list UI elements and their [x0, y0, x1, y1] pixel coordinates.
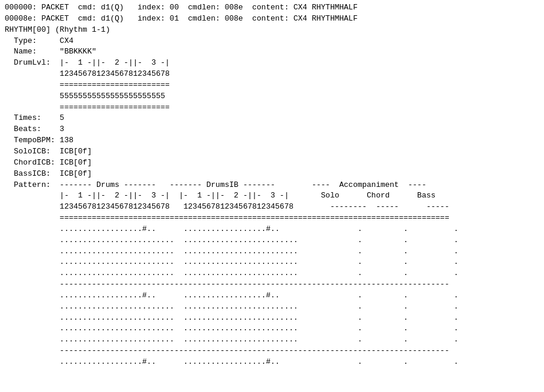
terminal-text: 000000: PACKET cmd: d1(Q) index: 00 cmdl… — [5, 2, 539, 368]
terminal-output: 000000: PACKET cmd: d1(Q) index: 00 cmdl… — [5, 2, 539, 368]
